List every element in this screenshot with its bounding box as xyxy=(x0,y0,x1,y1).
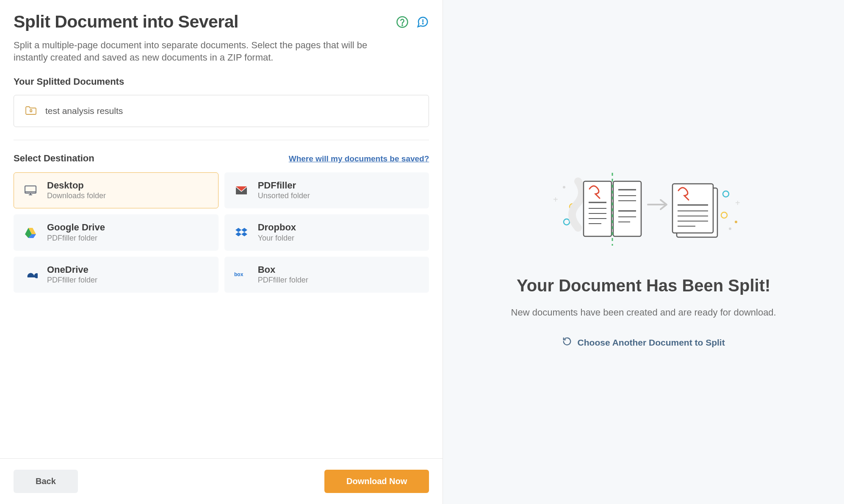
svg-marker-16 xyxy=(235,232,241,236)
destination-sub: Downloads folder xyxy=(47,191,106,200)
svg-text:+: + xyxy=(553,195,558,204)
destination-label: Google Drive xyxy=(47,222,105,233)
destination-sub: PDFfiller folder xyxy=(47,234,105,243)
destination-sub: PDFfiller folder xyxy=(258,276,308,285)
footer: Back Download Now xyxy=(0,458,443,504)
destination-sub: Your folder xyxy=(258,234,296,243)
document-name: test analysis results xyxy=(45,106,123,116)
destination-section-title: Select Destination xyxy=(14,153,94,164)
destination-sub: Unsorted folder xyxy=(258,191,310,200)
svg-point-48 xyxy=(735,221,737,223)
zip-folder-icon xyxy=(25,105,37,117)
svg-text:box: box xyxy=(234,271,244,277)
destination-label: Desktop xyxy=(47,180,106,191)
onedrive-icon xyxy=(23,267,38,282)
destination-header: Select Destination Where will my documen… xyxy=(14,153,429,164)
svg-marker-14 xyxy=(235,228,241,232)
desktop-icon xyxy=(23,183,38,198)
separator xyxy=(14,140,429,140)
back-button[interactable]: Back xyxy=(14,470,78,493)
svg-point-3 xyxy=(423,23,423,24)
svg-point-1 xyxy=(402,25,403,25)
documents-section-title: Your Splitted Documents xyxy=(14,76,429,87)
svg-point-49 xyxy=(729,227,731,230)
left-content: Split Document into Several Split a mult… xyxy=(0,0,443,458)
pdffiller-icon xyxy=(234,183,249,198)
refresh-icon xyxy=(562,337,572,348)
dropbox-icon xyxy=(234,225,249,240)
box-icon: box xyxy=(234,267,249,282)
svg-point-19 xyxy=(563,186,565,188)
svg-rect-4 xyxy=(30,110,32,112)
destination-grid: Desktop Downloads folder PDFfiller Unsor… xyxy=(14,172,429,293)
svg-point-45 xyxy=(723,191,729,197)
svg-marker-15 xyxy=(241,228,247,232)
download-button[interactable]: Download Now xyxy=(324,470,429,493)
choose-another-label: Choose Another Document to Split xyxy=(578,338,725,348)
svg-point-22 xyxy=(564,219,570,225)
destination-label: Dropbox xyxy=(258,222,296,233)
destination-label: PDFfiller xyxy=(258,180,310,191)
help-icon[interactable] xyxy=(396,16,409,28)
destination-google-drive[interactable]: Google Drive PDFfiller folder xyxy=(14,214,219,250)
success-subtitle: New documents have been created and are … xyxy=(511,307,776,318)
destination-onedrive[interactable]: OneDrive PDFfiller folder xyxy=(14,257,219,293)
left-panel: Split Document into Several Split a mult… xyxy=(0,0,443,504)
destination-desktop[interactable]: Desktop Downloads folder xyxy=(14,172,219,208)
destination-label: OneDrive xyxy=(47,265,97,275)
svg-text:+: + xyxy=(735,198,740,208)
svg-point-47 xyxy=(721,212,727,218)
feedback-icon[interactable] xyxy=(416,16,429,28)
header-icons xyxy=(396,16,429,28)
svg-marker-17 xyxy=(241,232,247,236)
google-drive-icon xyxy=(23,225,38,240)
choose-another-link[interactable]: Choose Another Document to Split xyxy=(562,337,725,348)
destination-label: Box xyxy=(258,265,308,275)
success-title: Your Document Has Been Split! xyxy=(517,276,770,295)
document-row: test analysis results xyxy=(14,95,429,127)
page-description: Split a multiple-page document into sepa… xyxy=(14,39,386,64)
destination-dropbox[interactable]: Dropbox Your folder xyxy=(224,214,429,250)
destination-pdffiller[interactable]: PDFfiller Unsorted folder xyxy=(224,172,429,208)
page-title: Split Document into Several xyxy=(14,12,238,32)
page-header: Split Document into Several xyxy=(14,12,429,32)
save-location-help-link[interactable]: Where will my documents be saved? xyxy=(289,154,429,163)
right-panel: + xyxy=(443,0,844,504)
split-illustration: + xyxy=(538,156,750,255)
destination-sub: PDFfiller folder xyxy=(47,276,97,285)
destination-box[interactable]: box Box PDFfiller folder xyxy=(224,257,429,293)
